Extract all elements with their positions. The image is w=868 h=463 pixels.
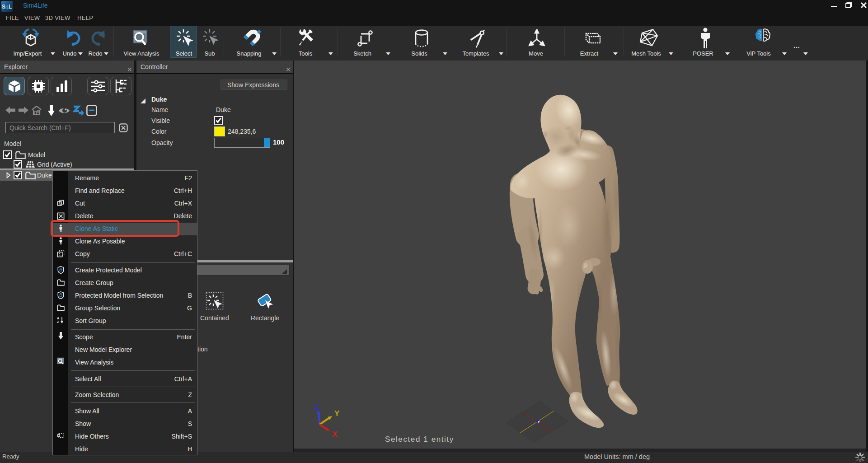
svg-text:L: L bbox=[9, 4, 12, 10]
svg-text:Y: Y bbox=[334, 409, 340, 418]
svg-text:X: X bbox=[332, 430, 338, 439]
svg-text:Selected 1 entity: Selected 1 entity bbox=[385, 435, 454, 444]
svg-text:Z: Z bbox=[57, 320, 59, 324]
svg-text:Z: Z bbox=[314, 403, 319, 412]
